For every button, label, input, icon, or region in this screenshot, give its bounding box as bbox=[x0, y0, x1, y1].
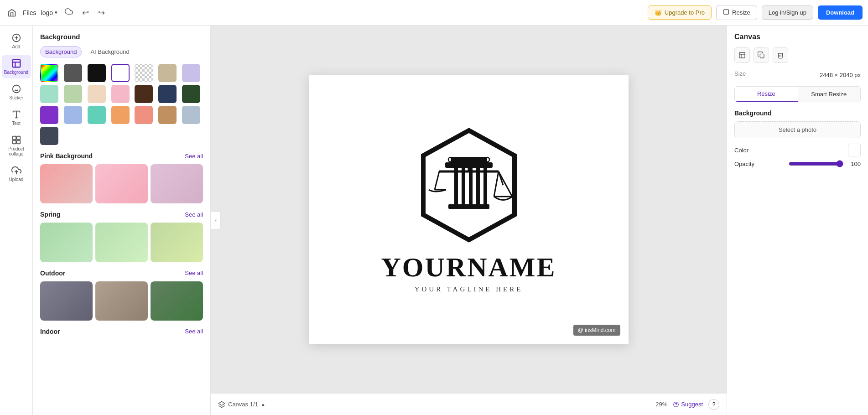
color-swatch-pink-light[interactable] bbox=[111, 85, 130, 103]
sidebar-item-add[interactable]: Add bbox=[2, 29, 31, 53]
color-swatch-brown-dark[interactable] bbox=[135, 85, 153, 103]
sidebar-item-sticker-label: Sticker bbox=[9, 95, 23, 100]
spring-bg-photo-1[interactable] bbox=[40, 223, 93, 262]
select-photo-button[interactable]: Select a photo bbox=[734, 121, 861, 138]
canvas-info-label: Canvas 1/1 bbox=[228, 401, 258, 408]
canvas-watermark: @ insMind.com bbox=[573, 325, 620, 336]
color-swatch-dark-gray[interactable] bbox=[64, 64, 82, 82]
canvas-document[interactable]: YOURNAME YOUR TAGLINE HERE @ insMind.com bbox=[309, 75, 629, 344]
color-swatch-teal-light[interactable] bbox=[88, 106, 106, 124]
color-swatch-periwinkle[interactable] bbox=[64, 106, 82, 124]
smart-resize-btn[interactable]: Smart Resize bbox=[798, 87, 861, 102]
spring-bg-photo-2[interactable] bbox=[95, 223, 148, 262]
sidebar-item-background[interactable]: Background bbox=[2, 55, 31, 78]
size-value: 2448 × 2040 px bbox=[820, 72, 861, 78]
svg-point-7 bbox=[12, 85, 20, 93]
size-row: Size 2448 × 2040 px bbox=[734, 70, 861, 80]
opacity-slider[interactable] bbox=[789, 160, 843, 167]
resize-btn[interactable]: Resize bbox=[735, 87, 798, 102]
pink-bg-photo-2[interactable] bbox=[95, 164, 148, 203]
download-button[interactable]: Download bbox=[818, 5, 863, 20]
color-swatch-salmon[interactable] bbox=[135, 106, 153, 124]
sidebar-item-background-label: Background bbox=[4, 70, 28, 75]
color-grid bbox=[40, 64, 203, 145]
pink-bg-photo-3[interactable] bbox=[151, 164, 203, 203]
tab-ai-background[interactable]: AI Background bbox=[85, 46, 134, 57]
color-swatch-white[interactable] bbox=[111, 64, 130, 82]
sidebar-item-upload[interactable]: Upload bbox=[2, 162, 31, 186]
sidebar-item-upload-label: Upload bbox=[9, 177, 24, 182]
tab-background[interactable]: Background bbox=[40, 46, 82, 57]
home-button[interactable] bbox=[5, 6, 18, 19]
spring-see-all[interactable]: See all bbox=[185, 211, 203, 218]
outdoor-bg-photo-1[interactable] bbox=[40, 281, 93, 321]
svg-rect-12 bbox=[12, 136, 16, 140]
sidebar-item-text[interactable]: Text bbox=[2, 106, 31, 130]
color-swatch-transparent[interactable] bbox=[135, 64, 153, 82]
color-swatch-tan[interactable] bbox=[158, 64, 177, 82]
spring-background-grid bbox=[40, 223, 203, 262]
outdoor-see-all[interactable]: See all bbox=[185, 270, 203, 276]
color-swatch-dark-slate[interactable] bbox=[40, 127, 58, 145]
color-swatch-purple-bright[interactable] bbox=[40, 106, 58, 124]
color-swatch-navy[interactable] bbox=[158, 85, 177, 103]
collapse-panel-button[interactable]: ‹ bbox=[211, 211, 221, 229]
svg-rect-21 bbox=[462, 168, 465, 204]
login-button[interactable]: Log in/Sign up bbox=[762, 5, 813, 20]
indoor-section-header: Indoor See all bbox=[40, 328, 203, 335]
color-swatch-black[interactable] bbox=[88, 64, 106, 82]
color-swatch-forest[interactable] bbox=[182, 85, 200, 103]
files-link[interactable]: Files bbox=[23, 9, 36, 16]
canvas-bottombar: Canvas 1/1 ▲ 29% Suggest ? bbox=[211, 393, 727, 415]
color-swatch-rainbow[interactable] bbox=[40, 64, 58, 82]
spring-section-header: Spring See all bbox=[40, 211, 203, 218]
sticker-icon bbox=[11, 84, 21, 94]
color-swatch-peach[interactable] bbox=[88, 85, 106, 103]
color-swatch-caramel[interactable] bbox=[158, 106, 177, 124]
pink-background-see-all[interactable]: See all bbox=[185, 153, 203, 160]
help-button[interactable]: ? bbox=[708, 399, 719, 410]
opacity-slider-wrap: 100 bbox=[789, 160, 861, 167]
layout-icon-button[interactable] bbox=[734, 47, 750, 63]
upgrade-button[interactable]: 👑 Upgrade to Pro bbox=[648, 5, 712, 20]
suggest-button[interactable]: Suggest bbox=[673, 401, 703, 408]
duplicate-icon-button[interactable] bbox=[754, 47, 769, 63]
color-swatch-sage[interactable] bbox=[64, 85, 82, 103]
spring-bg-photo-3[interactable] bbox=[151, 223, 203, 262]
redo-button[interactable]: ↪ bbox=[95, 6, 108, 20]
resize-button[interactable]: Resize bbox=[716, 5, 757, 20]
svg-rect-23 bbox=[476, 168, 480, 204]
sidebar-item-sticker[interactable]: Sticker bbox=[2, 80, 31, 104]
delete-icon-button[interactable] bbox=[773, 47, 788, 63]
color-swatch-slate-light[interactable] bbox=[182, 106, 200, 124]
svg-line-28 bbox=[435, 171, 439, 190]
opacity-row: Opacity 100 bbox=[734, 160, 861, 167]
indoor-see-all[interactable]: See all bbox=[185, 328, 203, 335]
spring-title: Spring bbox=[40, 211, 60, 218]
color-swatch-mint-light[interactable] bbox=[40, 85, 58, 103]
outdoor-bg-photo-2[interactable] bbox=[95, 281, 148, 321]
svg-line-33 bbox=[499, 171, 512, 197]
svg-rect-22 bbox=[469, 168, 473, 204]
right-panel-icons bbox=[734, 47, 861, 63]
undo-button[interactable]: ↩ bbox=[79, 6, 92, 20]
pink-background-title: Pink Background bbox=[40, 152, 93, 160]
canvas-tagline-text: YOUR TAGLINE HERE bbox=[415, 285, 523, 293]
outdoor-bg-photo-3[interactable] bbox=[151, 281, 203, 321]
main-area: Add Background Sticker Text Product coll… bbox=[0, 26, 868, 415]
canvas-yourname-text: YOURNAME bbox=[381, 254, 556, 281]
color-swatch-orange-light[interactable] bbox=[111, 106, 130, 124]
delete-icon bbox=[777, 52, 784, 59]
left-panel: Background Background AI Background Pink… bbox=[33, 26, 211, 415]
sidebar-item-product-collage-label: Product collage bbox=[4, 146, 29, 156]
layers-button[interactable]: Canvas 1/1 ▲ bbox=[218, 401, 265, 408]
pink-bg-photo-1[interactable] bbox=[40, 164, 93, 203]
suggest-icon bbox=[673, 401, 679, 408]
color-preview-swatch[interactable] bbox=[848, 144, 861, 156]
outdoor-section-header: Outdoor See all bbox=[40, 270, 203, 277]
sidebar-item-product-collage[interactable]: Product collage bbox=[2, 131, 31, 160]
sidebar-item-text-label: Text bbox=[12, 121, 20, 126]
color-swatch-lavender[interactable] bbox=[182, 64, 200, 82]
cloud-save-button[interactable] bbox=[62, 5, 76, 20]
filename-display[interactable]: logo ▾ bbox=[41, 9, 57, 16]
